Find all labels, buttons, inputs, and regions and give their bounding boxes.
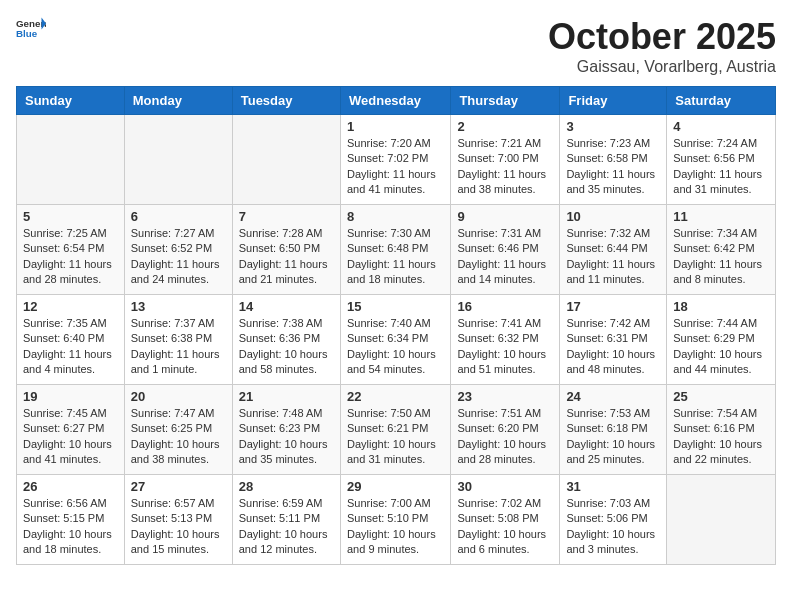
day-info: Sunrise: 7:31 AM Sunset: 6:46 PM Dayligh… [457,226,553,288]
day-info: Sunrise: 7:45 AM Sunset: 6:27 PM Dayligh… [23,406,118,468]
title-block: October 2025 Gaissau, Vorarlberg, Austri… [548,16,776,76]
logo-icon: General Blue [16,16,46,40]
day-number: 14 [239,299,334,314]
day-info: Sunrise: 7:54 AM Sunset: 6:16 PM Dayligh… [673,406,769,468]
calendar-cell: 7Sunrise: 7:28 AM Sunset: 6:50 PM Daylig… [232,205,340,295]
calendar-header-row: SundayMondayTuesdayWednesdayThursdayFrid… [17,87,776,115]
day-info: Sunrise: 6:56 AM Sunset: 5:15 PM Dayligh… [23,496,118,558]
day-number: 20 [131,389,226,404]
calendar-cell [17,115,125,205]
calendar-cell: 30Sunrise: 7:02 AM Sunset: 5:08 PM Dayli… [451,475,560,565]
day-number: 24 [566,389,660,404]
day-number: 31 [566,479,660,494]
day-number: 19 [23,389,118,404]
day-number: 25 [673,389,769,404]
day-info: Sunrise: 7:23 AM Sunset: 6:58 PM Dayligh… [566,136,660,198]
day-info: Sunrise: 7:38 AM Sunset: 6:36 PM Dayligh… [239,316,334,378]
calendar-cell: 8Sunrise: 7:30 AM Sunset: 6:48 PM Daylig… [340,205,450,295]
svg-text:Blue: Blue [16,28,38,39]
day-info: Sunrise: 7:21 AM Sunset: 7:00 PM Dayligh… [457,136,553,198]
calendar-cell: 19Sunrise: 7:45 AM Sunset: 6:27 PM Dayli… [17,385,125,475]
week-row-4: 19Sunrise: 7:45 AM Sunset: 6:27 PM Dayli… [17,385,776,475]
week-row-2: 5Sunrise: 7:25 AM Sunset: 6:54 PM Daylig… [17,205,776,295]
day-number: 13 [131,299,226,314]
day-header-monday: Monday [124,87,232,115]
day-number: 10 [566,209,660,224]
day-info: Sunrise: 7:32 AM Sunset: 6:44 PM Dayligh… [566,226,660,288]
calendar-cell: 10Sunrise: 7:32 AM Sunset: 6:44 PM Dayli… [560,205,667,295]
calendar-cell: 28Sunrise: 6:59 AM Sunset: 5:11 PM Dayli… [232,475,340,565]
day-number: 2 [457,119,553,134]
calendar-cell: 18Sunrise: 7:44 AM Sunset: 6:29 PM Dayli… [667,295,776,385]
day-info: Sunrise: 7:50 AM Sunset: 6:21 PM Dayligh… [347,406,444,468]
day-number: 6 [131,209,226,224]
day-number: 26 [23,479,118,494]
calendar-cell: 27Sunrise: 6:57 AM Sunset: 5:13 PM Dayli… [124,475,232,565]
page-header: General Blue October 2025 Gaissau, Vorar… [16,16,776,76]
day-info: Sunrise: 6:57 AM Sunset: 5:13 PM Dayligh… [131,496,226,558]
day-number: 22 [347,389,444,404]
day-number: 29 [347,479,444,494]
calendar-cell: 16Sunrise: 7:41 AM Sunset: 6:32 PM Dayli… [451,295,560,385]
calendar-cell: 22Sunrise: 7:50 AM Sunset: 6:21 PM Dayli… [340,385,450,475]
day-info: Sunrise: 7:40 AM Sunset: 6:34 PM Dayligh… [347,316,444,378]
day-number: 12 [23,299,118,314]
day-info: Sunrise: 7:34 AM Sunset: 6:42 PM Dayligh… [673,226,769,288]
location-title: Gaissau, Vorarlberg, Austria [548,58,776,76]
day-number: 18 [673,299,769,314]
day-number: 16 [457,299,553,314]
day-info: Sunrise: 7:48 AM Sunset: 6:23 PM Dayligh… [239,406,334,468]
calendar-cell: 13Sunrise: 7:37 AM Sunset: 6:38 PM Dayli… [124,295,232,385]
calendar-cell: 5Sunrise: 7:25 AM Sunset: 6:54 PM Daylig… [17,205,125,295]
day-header-sunday: Sunday [17,87,125,115]
day-number: 9 [457,209,553,224]
day-info: Sunrise: 7:25 AM Sunset: 6:54 PM Dayligh… [23,226,118,288]
month-title: October 2025 [548,16,776,58]
calendar-cell: 21Sunrise: 7:48 AM Sunset: 6:23 PM Dayli… [232,385,340,475]
day-number: 15 [347,299,444,314]
calendar-cell: 14Sunrise: 7:38 AM Sunset: 6:36 PM Dayli… [232,295,340,385]
day-info: Sunrise: 7:41 AM Sunset: 6:32 PM Dayligh… [457,316,553,378]
day-number: 11 [673,209,769,224]
day-number: 5 [23,209,118,224]
calendar-table: SundayMondayTuesdayWednesdayThursdayFrid… [16,86,776,565]
calendar-cell: 23Sunrise: 7:51 AM Sunset: 6:20 PM Dayli… [451,385,560,475]
day-header-wednesday: Wednesday [340,87,450,115]
day-info: Sunrise: 7:28 AM Sunset: 6:50 PM Dayligh… [239,226,334,288]
day-info: Sunrise: 7:02 AM Sunset: 5:08 PM Dayligh… [457,496,553,558]
calendar-cell: 6Sunrise: 7:27 AM Sunset: 6:52 PM Daylig… [124,205,232,295]
day-header-saturday: Saturday [667,87,776,115]
calendar-cell: 11Sunrise: 7:34 AM Sunset: 6:42 PM Dayli… [667,205,776,295]
day-info: Sunrise: 7:42 AM Sunset: 6:31 PM Dayligh… [566,316,660,378]
day-number: 28 [239,479,334,494]
calendar-cell: 24Sunrise: 7:53 AM Sunset: 6:18 PM Dayli… [560,385,667,475]
day-number: 21 [239,389,334,404]
calendar-cell [667,475,776,565]
day-number: 1 [347,119,444,134]
day-info: Sunrise: 7:53 AM Sunset: 6:18 PM Dayligh… [566,406,660,468]
day-number: 27 [131,479,226,494]
calendar-cell: 3Sunrise: 7:23 AM Sunset: 6:58 PM Daylig… [560,115,667,205]
calendar-cell: 29Sunrise: 7:00 AM Sunset: 5:10 PM Dayli… [340,475,450,565]
day-number: 7 [239,209,334,224]
calendar-cell: 9Sunrise: 7:31 AM Sunset: 6:46 PM Daylig… [451,205,560,295]
calendar-cell [232,115,340,205]
day-info: Sunrise: 7:51 AM Sunset: 6:20 PM Dayligh… [457,406,553,468]
calendar-cell: 2Sunrise: 7:21 AM Sunset: 7:00 PM Daylig… [451,115,560,205]
day-info: Sunrise: 7:44 AM Sunset: 6:29 PM Dayligh… [673,316,769,378]
day-info: Sunrise: 7:37 AM Sunset: 6:38 PM Dayligh… [131,316,226,378]
day-info: Sunrise: 7:27 AM Sunset: 6:52 PM Dayligh… [131,226,226,288]
calendar-cell: 20Sunrise: 7:47 AM Sunset: 6:25 PM Dayli… [124,385,232,475]
week-row-3: 12Sunrise: 7:35 AM Sunset: 6:40 PM Dayli… [17,295,776,385]
day-info: Sunrise: 7:00 AM Sunset: 5:10 PM Dayligh… [347,496,444,558]
day-header-tuesday: Tuesday [232,87,340,115]
calendar-cell: 31Sunrise: 7:03 AM Sunset: 5:06 PM Dayli… [560,475,667,565]
day-info: Sunrise: 7:35 AM Sunset: 6:40 PM Dayligh… [23,316,118,378]
day-info: Sunrise: 7:20 AM Sunset: 7:02 PM Dayligh… [347,136,444,198]
day-number: 4 [673,119,769,134]
day-header-friday: Friday [560,87,667,115]
day-number: 17 [566,299,660,314]
day-info: Sunrise: 7:30 AM Sunset: 6:48 PM Dayligh… [347,226,444,288]
week-row-1: 1Sunrise: 7:20 AM Sunset: 7:02 PM Daylig… [17,115,776,205]
week-row-5: 26Sunrise: 6:56 AM Sunset: 5:15 PM Dayli… [17,475,776,565]
